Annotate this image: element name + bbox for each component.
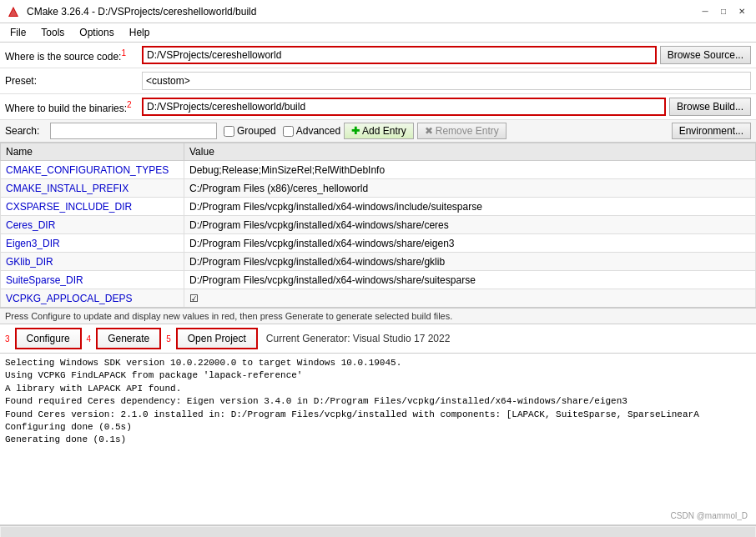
- search-input[interactable]: [50, 123, 217, 139]
- table-row[interactable]: CMAKE_INSTALL_PREFIXC:/Program Files (x8…: [1, 179, 756, 198]
- table-row[interactable]: Ceres_DIRD:/Program Files/vcpkg/installe…: [1, 216, 756, 234]
- table-cell-name: Eigen3_DIR: [1, 234, 184, 253]
- preset-label: Preset:: [5, 75, 139, 87]
- build-label: Where to build the binaries:2: [5, 100, 139, 114]
- table-cell-name: CMAKE_INSTALL_PREFIX: [1, 179, 184, 198]
- configure-button[interactable]: Configure: [15, 328, 82, 349]
- add-entry-button[interactable]: ✚ Add Entry: [344, 123, 414, 139]
- browse-build-button[interactable]: Browse Build...: [669, 98, 751, 116]
- preset-select[interactable]: <custom>: [142, 72, 751, 90]
- environment-button[interactable]: Environment...: [672, 123, 751, 139]
- label-num-4: 4: [87, 334, 92, 344]
- table-cell-value: D:/Program Files/vcpkg/installed/x64-win…: [184, 271, 756, 289]
- output-line: A library with LAPACK API found.: [5, 383, 751, 395]
- output-line: Using VCPKG FindLAPACK from package 'lap…: [5, 369, 751, 382]
- table-cell-value: ☑: [184, 289, 756, 308]
- menu-bar: File Tools Options Help: [0, 23, 756, 43]
- output-line: Found Ceres version: 2.1.0 installed in:…: [5, 409, 751, 421]
- bottom-scrollbar[interactable]: [0, 525, 756, 537]
- table-row[interactable]: GKlib_DIRD:/Program Files/vcpkg/installe…: [1, 253, 756, 271]
- status-text: Press Configure to update and display ne…: [5, 311, 452, 321]
- table-cell-value: D:/Program Files/vcpkg/installed/x64-win…: [184, 216, 756, 234]
- generate-button[interactable]: Generate: [96, 328, 161, 349]
- table-cell-value: D:/Program Files/vcpkg/installed/x64-win…: [184, 253, 756, 271]
- advanced-label: Advanced: [296, 125, 340, 137]
- table-row[interactable]: Eigen3_DIRD:/Program Files/vcpkg/install…: [1, 234, 756, 253]
- source-label: Where is the source code:1: [5, 48, 139, 63]
- menu-options[interactable]: Options: [73, 25, 120, 40]
- menu-help[interactable]: Help: [123, 25, 157, 40]
- output-area: Selecting Windows SDK version 10.0.22000…: [0, 354, 756, 525]
- advanced-checkbox[interactable]: [283, 126, 294, 137]
- preset-row: Preset: <custom>: [0, 68, 756, 94]
- table-cell-value: Debug;Release;MinSizeRel;RelWithDebInfo: [184, 161, 756, 179]
- remove-icon: ✖: [425, 125, 433, 137]
- table-row[interactable]: CMAKE_CONFIGURATION_TYPESDebug;Release;M…: [1, 161, 756, 179]
- open-project-button[interactable]: Open Project: [176, 328, 258, 349]
- search-row: Search: Grouped Advanced ✚ Add Entry ✖ R…: [0, 120, 756, 143]
- menu-file[interactable]: File: [3, 25, 33, 40]
- label-num-3: 3: [5, 334, 10, 344]
- table-cell-name: GKlib_DIR: [1, 253, 184, 271]
- add-icon: ✚: [351, 125, 360, 137]
- main-content: Where is the source code:1 Browse Source…: [0, 43, 756, 537]
- search-label: Search:: [5, 125, 47, 137]
- table-row[interactable]: SuiteSparse_DIRD:/Program Files/vcpkg/in…: [1, 271, 756, 289]
- close-button[interactable]: ✕: [734, 4, 749, 19]
- table-cell-value: D:/Program Files/vcpkg/installed/x64-win…: [184, 234, 756, 253]
- build-row: Where to build the binaries:2 Browse Bui…: [0, 94, 756, 120]
- col-value: Value: [184, 143, 756, 161]
- table-cell-value: D:/Program Files/vcpkg/installed/x64-win…: [184, 198, 756, 216]
- source-row: Where is the source code:1 Browse Source…: [0, 43, 756, 68]
- menu-tools[interactable]: Tools: [34, 25, 71, 40]
- build-input[interactable]: [142, 98, 666, 116]
- remove-entry-button[interactable]: ✖ Remove Entry: [417, 123, 507, 139]
- generator-text: Current Generator: Visual Studio 17 2022: [266, 333, 451, 344]
- table-cell-name: CXSPARSE_INCLUDE_DIR: [1, 198, 184, 216]
- watermark: CSDN @mammol_D: [671, 511, 748, 520]
- table-cell-name: VCPKG_APPLOCAL_DEPS: [1, 289, 184, 308]
- table-cell-name: CMAKE_CONFIGURATION_TYPES: [1, 161, 184, 179]
- title-bar-text: CMake 3.26.4 - D:/VSProjects/cereshellow…: [27, 6, 691, 18]
- table-cell-name: SuiteSparse_DIR: [1, 271, 184, 289]
- table-cell-value: C:/Program Files (x86)/ceres_helloworld: [184, 179, 756, 198]
- browse-source-button[interactable]: Browse Source...: [660, 46, 751, 64]
- output-line: Selecting Windows SDK version 10.0.22000…: [5, 357, 751, 369]
- grouped-checkbox[interactable]: [224, 126, 234, 137]
- output-line: Found required Ceres dependency: Eigen v…: [5, 395, 751, 408]
- table-row[interactable]: CXSPARSE_INCLUDE_DIRD:/Program Files/vcp…: [1, 198, 756, 216]
- output-line: Configuring done (0.5s): [5, 421, 751, 434]
- minimize-button[interactable]: ─: [698, 4, 713, 19]
- label-num-5: 5: [166, 334, 171, 344]
- title-bar: CMake 3.26.4 - D:/VSProjects/cereshellow…: [0, 0, 756, 23]
- col-name: Name: [1, 143, 184, 161]
- table-cell-name: Ceres_DIR: [1, 216, 184, 234]
- table-row[interactable]: VCPKG_APPLOCAL_DEPS☑: [1, 289, 756, 308]
- output-line: Generating done (0.1s): [5, 434, 751, 446]
- cmake-logo: [7, 5, 20, 18]
- source-input[interactable]: [142, 46, 657, 64]
- action-row: 3 Configure 4 Generate 5 Open Project Cu…: [0, 324, 756, 354]
- maximize-button[interactable]: □: [716, 4, 731, 19]
- cmake-table: Name Value CMAKE_CONFIGURATION_TYPESDebu…: [0, 143, 756, 308]
- status-bar: Press Configure to update and display ne…: [0, 308, 756, 324]
- table-container[interactable]: Name Value CMAKE_CONFIGURATION_TYPESDebu…: [0, 143, 756, 308]
- grouped-label: Grouped: [237, 125, 276, 137]
